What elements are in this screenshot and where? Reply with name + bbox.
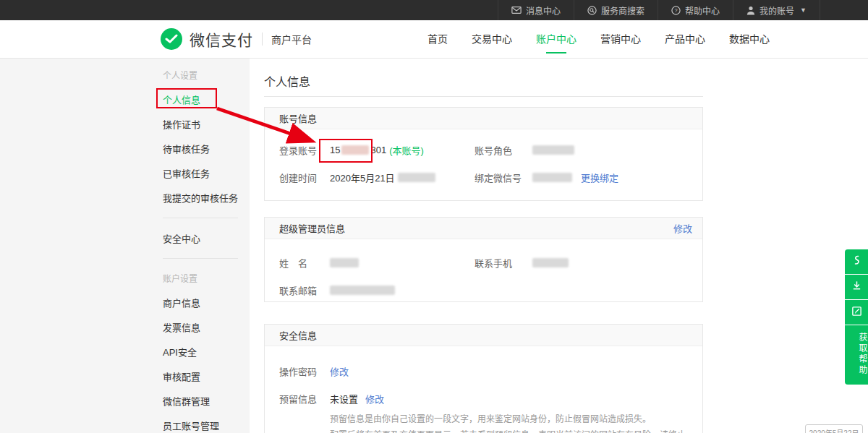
sidebar-item-review-config[interactable]: 审核配置 (163, 369, 250, 383)
nav-account-center[interactable]: 账户中心 (536, 20, 576, 59)
redacted-contact-phone (532, 258, 569, 267)
card-title: 账号信息 (279, 111, 317, 125)
topbar-item-help-center[interactable]: ? 帮助中心 (658, 0, 733, 20)
sidebar-item-operation-certificate[interactable]: 操作证书 (163, 117, 250, 131)
reserved-info-desc-1: 预留信息是由你自己设置的一段文字，用来鉴定网站身份，防止假冒网站造成损失。 (330, 413, 651, 426)
created-time-value: 2020年5月21日 (330, 171, 435, 184)
topbar-item-label: 服务商搜索 (601, 4, 644, 17)
sidebar-item-reviewed-tasks[interactable]: 已审核任务 (163, 166, 250, 180)
date-tooltip: 2020年5月22日 (805, 424, 863, 433)
user-icon (746, 6, 755, 15)
this-account-tag: (本账号) (389, 143, 424, 157)
sidebar-item-merchant-info[interactable]: 商户信息 (163, 296, 250, 309)
brand-divider (262, 33, 263, 46)
nav-trade-center[interactable]: 交易中心 (472, 20, 512, 59)
redacted-contact-email (330, 286, 395, 295)
contact-email-label: 联系邮箱 (279, 283, 330, 297)
card-title: 超级管理员信息 (279, 221, 345, 235)
redacted-wechat-id (532, 173, 572, 182)
redacted-login-middle (341, 145, 369, 155)
nav-product-center[interactable]: 产品中心 (665, 20, 705, 59)
created-time-label: 创建时间 (279, 171, 330, 184)
reserved-info-desc-2: 配置后将在首页及充值页面显示。若未看到预留信息，表明当前访问的网站存在风险，请终… (330, 429, 688, 433)
sidebar-item-security-center[interactable]: 安全中心 (163, 231, 250, 245)
service-hook-icon (851, 254, 861, 269)
float-download-button[interactable] (845, 275, 868, 299)
question-icon: ? (671, 6, 681, 15)
super-admin-card-header: 超级管理员信息 修改 (265, 218, 702, 239)
reserved-info-label: 预留信息 (279, 392, 330, 406)
brand-name: 微信支付 (190, 28, 253, 50)
sidebar-item-staff-account-mgmt[interactable]: 员工账号管理 (163, 419, 250, 432)
title-divider (264, 96, 703, 97)
topbar-item-my-account[interactable]: 我的账号 ▼ (733, 0, 820, 20)
contact-phone-label: 联系手机 (475, 256, 532, 270)
security-info-card: 安全信息 操作密码 修改 预留信息 未设置 修改 预留信息是由你自己设置的一段文… (264, 324, 703, 433)
topbar-menu: 消息中心 服务商搜索 ? 帮助中心 我的账号 ▼ (498, 0, 820, 20)
topbar: 消息中心 服务商搜索 ? 帮助中心 我的账号 ▼ (0, 0, 868, 20)
super-admin-card: 超级管理员信息 修改 姓 名 联系手机 联系邮箱 (264, 217, 703, 302)
nav-marketing-center[interactable]: 营销中心 (600, 20, 641, 59)
topbar-item-label: 消息中心 (526, 4, 561, 17)
card-title: 安全信息 (279, 328, 317, 342)
envelope-icon (511, 6, 522, 14)
account-info-card-header: 账号信息 (265, 108, 702, 129)
topbar-item-label: 帮助中心 (685, 4, 720, 17)
topbar-item-label: 我的账号 (760, 4, 794, 17)
sidebar-item-personal-info[interactable]: 个人信息 (163, 93, 250, 106)
svg-text:?: ? (674, 7, 677, 14)
main-nav: 首页 交易中心 账户中心 营销中心 产品中心 数据中心 (427, 20, 793, 59)
redacted-admin-name (330, 258, 359, 267)
get-help-button[interactable]: 获取帮助 (845, 325, 868, 385)
download-icon (851, 280, 862, 294)
search-icon (587, 6, 597, 15)
rebind-link[interactable]: 更换绑定 (581, 171, 618, 184)
sidebar-item-my-submitted-tasks[interactable]: 我提交的审核任务 (163, 191, 250, 205)
nav-home[interactable]: 首页 (427, 20, 448, 59)
help-float-panel: 获取帮助 (845, 249, 868, 385)
redacted-created-time (398, 173, 435, 182)
sidebar-item-api-security[interactable]: API安全 (163, 345, 250, 359)
sidebar-item-pending-review-tasks[interactable]: 待审核任务 (163, 142, 250, 155)
page-title: 个人信息 (264, 72, 310, 90)
edit-feedback-icon (851, 306, 862, 320)
brand: 微信支付 商户平台 (161, 28, 312, 50)
reserved-info-value: 未设置 (330, 392, 358, 406)
brand-portal: 商户平台 (271, 32, 312, 46)
login-account-label: 登录账号 (279, 143, 330, 157)
sidebar-divider (163, 218, 238, 218)
nav-data-center[interactable]: 数据中心 (729, 20, 770, 59)
login-account-value: 15 301 (本账号) (330, 143, 424, 157)
account-info-card: 账号信息 登录账号 15 301 (本账号) 账号角色 (264, 107, 703, 201)
sidebar-group-personal-settings: 个人设置 (163, 69, 250, 81)
reserved-modify-link[interactable]: 修改 (365, 392, 384, 406)
admin-modify-link[interactable]: 修改 (673, 221, 692, 235)
header: 微信支付 商户平台 首页 交易中心 账户中心 营销中心 产品中心 数据中心 (0, 20, 868, 59)
float-service-button[interactable] (845, 249, 868, 274)
chevron-down-icon: ▼ (800, 7, 807, 14)
topbar-item-provider-search[interactable]: 服务商搜索 (574, 0, 658, 20)
bound-wechat-label: 绑定微信号 (475, 171, 532, 184)
sidebar: 个人设置 个人信息 操作证书 待审核任务 已审核任务 我提交的审核任务 安全中心… (163, 69, 250, 433)
admin-name-label: 姓 名 (279, 256, 330, 270)
operation-password-label: 操作密码 (279, 364, 330, 378)
topbar-item-messages[interactable]: 消息中心 (498, 0, 574, 20)
account-role-label: 账号角色 (475, 143, 532, 157)
sidebar-group-account-settings: 账户设置 (163, 272, 250, 284)
wechat-pay-logo-icon (161, 28, 182, 50)
sidebar-divider (163, 258, 238, 259)
float-feedback-button[interactable] (845, 300, 868, 325)
password-modify-link[interactable]: 修改 (330, 364, 349, 378)
page-body: 个人设置 个人信息 操作证书 待审核任务 已审核任务 我提交的审核任务 安全中心… (0, 59, 868, 433)
sidebar-item-invoice-info[interactable]: 发票信息 (163, 320, 250, 334)
security-info-card-header: 安全信息 (265, 325, 702, 346)
sidebar-item-wechat-group-mgmt[interactable]: 微信群管理 (163, 394, 250, 408)
redacted-account-role (532, 145, 574, 155)
